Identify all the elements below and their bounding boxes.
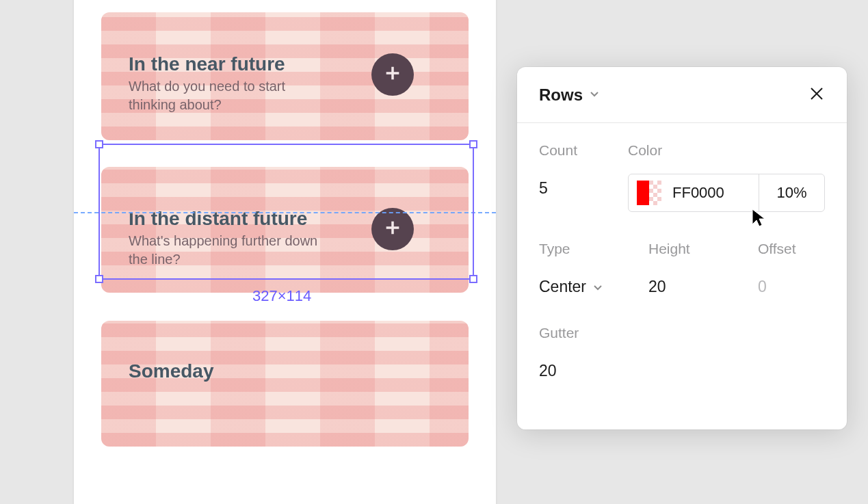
color-opacity-input[interactable]: 10%: [759, 174, 824, 211]
count-label: Count: [539, 142, 628, 159]
color-label: Color: [628, 142, 825, 159]
selection-dimensions: 327×114: [252, 287, 311, 305]
popover-title: Rows: [539, 85, 583, 105]
height-label: Height: [648, 241, 758, 257]
offset-label: Offset: [758, 241, 825, 257]
card-title: Someday: [129, 360, 214, 382]
card-title: In the distant future: [129, 208, 307, 230]
card-desc: What's happening further down the line?: [129, 232, 320, 269]
height-input[interactable]: 20: [648, 278, 758, 296]
card-near-future[interactable]: In the near future What do you need to s…: [101, 12, 469, 140]
close-icon: [808, 85, 825, 105]
offset-input[interactable]: 0: [758, 278, 825, 296]
type-label: Type: [539, 241, 648, 257]
card-title: In the near future: [129, 53, 285, 75]
plus-icon: [383, 218, 402, 240]
card-distant-future[interactable]: In the distant future What's happening f…: [101, 167, 469, 293]
card-someday[interactable]: Someday: [101, 321, 469, 447]
design-canvas[interactable]: There's no time like the present Plan fo…: [74, 0, 496, 504]
color-input[interactable]: FF0000 10%: [628, 174, 825, 212]
type-value: Center: [539, 278, 586, 296]
plus-icon: [383, 64, 402, 85]
add-button[interactable]: [371, 208, 414, 250]
type-dropdown[interactable]: Center: [539, 278, 648, 296]
card-desc: What do you need to start thinking about…: [129, 77, 320, 114]
layout-grid-popover: Rows Count 5 Color: [517, 67, 847, 429]
add-button[interactable]: [371, 53, 414, 96]
alignment-guide: [74, 212, 496, 213]
gutter-input[interactable]: 20: [539, 362, 825, 380]
count-input[interactable]: 5: [539, 179, 628, 198]
popover-title-dropdown[interactable]: Rows: [539, 85, 599, 105]
chevron-down-icon: [593, 278, 603, 296]
color-hex-input[interactable]: FF0000: [661, 184, 759, 202]
gutter-label: Gutter: [539, 325, 825, 341]
chevron-down-icon: [590, 89, 599, 101]
close-button[interactable]: [807, 85, 826, 105]
color-swatch[interactable]: [637, 181, 661, 205]
